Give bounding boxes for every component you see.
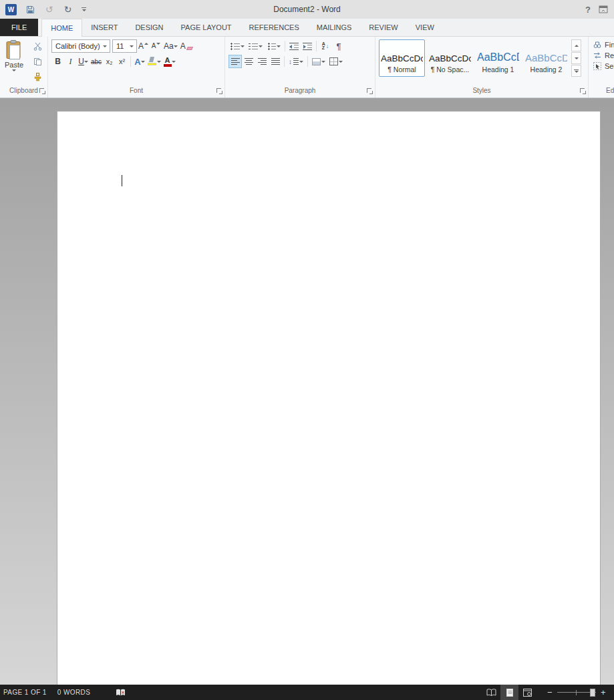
word-count-label[interactable]: 0 WORDS — [52, 685, 96, 700]
paste-label: Paste — [5, 61, 23, 69]
copy-button[interactable] — [31, 56, 45, 67]
replace-button[interactable]: Replace — [593, 51, 614, 59]
print-layout-button[interactable] — [500, 685, 518, 700]
underline-button[interactable]: U — [77, 55, 90, 68]
clear-formatting-button[interactable]: A — [179, 39, 194, 53]
chevron-down-icon — [128, 45, 135, 47]
find-icon — [593, 41, 601, 49]
borders-icon — [329, 57, 338, 65]
select-button[interactable]: Select — [593, 62, 614, 70]
tab-insert[interactable]: INSERT — [82, 19, 126, 36]
chevron-down-icon — [277, 45, 281, 47]
multilevel-list-button[interactable] — [265, 39, 283, 53]
increase-indent-icon — [303, 43, 312, 50]
increase-indent-button[interactable] — [301, 39, 314, 53]
show-formatting-marks-button[interactable]: ¶ — [332, 39, 345, 53]
highlight-color-button[interactable] — [146, 55, 162, 68]
divider — [284, 56, 285, 67]
undo-button[interactable]: ↺ — [44, 3, 54, 16]
paste-button[interactable]: Paste — [0, 37, 28, 86]
style-no-spacing[interactable]: AaBbCcDc ¶ No Spac... — [427, 39, 473, 77]
chevron-down-icon — [259, 45, 263, 47]
chevron-down-icon — [174, 45, 178, 47]
shrink-font-button[interactable]: A — [150, 39, 162, 53]
styles-scroll-up-button[interactable] — [571, 39, 581, 51]
tab-home[interactable]: HOME — [41, 19, 82, 37]
italic-button[interactable]: I — [64, 55, 77, 68]
customize-quick-access-button[interactable] — [82, 7, 86, 11]
bullets-button[interactable] — [228, 39, 247, 53]
justify-button[interactable] — [269, 55, 282, 68]
grow-font-button[interactable]: A — [137, 39, 150, 53]
font-name-select[interactable]: Calibri (Body) — [51, 39, 110, 53]
read-mode-button[interactable] — [482, 685, 500, 700]
line-spacing-button[interactable]: ↕ — [287, 55, 305, 68]
tab-review[interactable]: REVIEW — [360, 19, 406, 36]
tab-view[interactable]: VIEW — [407, 19, 443, 36]
align-left-button[interactable] — [228, 55, 242, 68]
web-layout-button[interactable] — [518, 685, 536, 700]
tab-page-layout[interactable]: PAGE LAYOUT — [172, 19, 241, 36]
chevron-down-icon — [241, 45, 245, 47]
document-page[interactable] — [57, 111, 601, 685]
bold-button[interactable]: B — [51, 55, 64, 68]
zoom-out-button[interactable]: − — [547, 689, 553, 696]
ribbon-tab-bar: FILE HOME INSERT DESIGN PAGE LAYOUT REFE… — [0, 19, 614, 37]
align-right-button[interactable] — [255, 55, 269, 68]
font-color-button[interactable]: A — [162, 55, 177, 68]
sort-button[interactable]: AZ ↓ — [319, 39, 332, 53]
font-color-icon: A — [164, 57, 172, 67]
paragraph-dialog-launcher[interactable] — [367, 88, 373, 94]
style-heading-2[interactable]: AaBbCcD Heading 2 — [523, 39, 569, 77]
chevron-down-icon — [575, 57, 579, 59]
shading-button[interactable] — [310, 55, 327, 68]
numbering-button[interactable] — [247, 39, 265, 53]
tab-design[interactable]: DESIGN — [126, 19, 172, 36]
style-preview: AaBbCcDc — [429, 41, 471, 65]
change-case-button[interactable]: Aa — [162, 39, 179, 53]
sort-icon: AZ ↓ — [322, 42, 329, 50]
proofing-status-button[interactable] — [110, 685, 131, 700]
ribbon-display-options-icon[interactable] — [599, 5, 608, 14]
clipboard-dialog-launcher[interactable] — [39, 88, 45, 94]
font-group-label: Font — [48, 86, 224, 98]
zoom-slider-thumb[interactable] — [590, 689, 595, 697]
font-name-value: Calibri (Body) — [55, 42, 101, 50]
cut-button[interactable] — [31, 41, 45, 51]
chevron-down-icon — [321, 61, 325, 63]
font-dialog-launcher[interactable] — [216, 88, 222, 94]
decrease-indent-button[interactable] — [287, 39, 301, 53]
format-painter-button[interactable] — [31, 71, 45, 82]
decrease-icon — [156, 43, 160, 45]
redo-button[interactable]: ↻ — [63, 3, 73, 16]
styles-more-button[interactable] — [571, 65, 581, 77]
align-center-button[interactable] — [242, 55, 255, 68]
read-mode-icon — [486, 689, 496, 697]
proofing-book-icon — [116, 689, 126, 697]
find-button[interactable]: Find — [593, 41, 614, 49]
ribbon-group-paragraph: AZ ↓ ¶ ↕ — [225, 37, 375, 98]
zoom-slider[interactable] — [557, 688, 596, 697]
font-size-select[interactable]: 11 — [112, 39, 137, 53]
page-count-label[interactable]: PAGE 1 OF 1 — [0, 685, 52, 700]
window-title: Document2 - Word — [0, 0, 614, 19]
save-button[interactable] — [25, 3, 35, 16]
help-button[interactable]: ? — [585, 5, 591, 15]
style-name: ¶ Normal — [388, 65, 416, 74]
tab-mailings[interactable]: MAILINGS — [308, 19, 361, 36]
style-normal[interactable]: AaBbCcDc ¶ Normal — [379, 39, 425, 77]
text-effects-button[interactable]: A — [133, 55, 146, 68]
styles-scroll-down-button[interactable] — [571, 52, 581, 64]
line-spacing-icon: ↕ — [289, 58, 299, 65]
strikethrough-button[interactable]: abc — [90, 55, 103, 68]
tab-references[interactable]: REFERENCES — [241, 19, 308, 36]
zoom-in-button[interactable]: + — [601, 689, 606, 696]
undo-icon: ↺ — [45, 4, 53, 15]
subscript-button[interactable]: x₂ — [103, 55, 116, 68]
titlebar-controls: ? — [585, 5, 614, 15]
styles-dialog-launcher[interactable] — [580, 88, 586, 94]
tab-file[interactable]: FILE — [0, 19, 38, 36]
borders-button[interactable] — [327, 55, 345, 68]
superscript-button[interactable]: x² — [116, 55, 128, 68]
style-heading-1[interactable]: AaBbCcD Heading 1 — [475, 39, 521, 77]
